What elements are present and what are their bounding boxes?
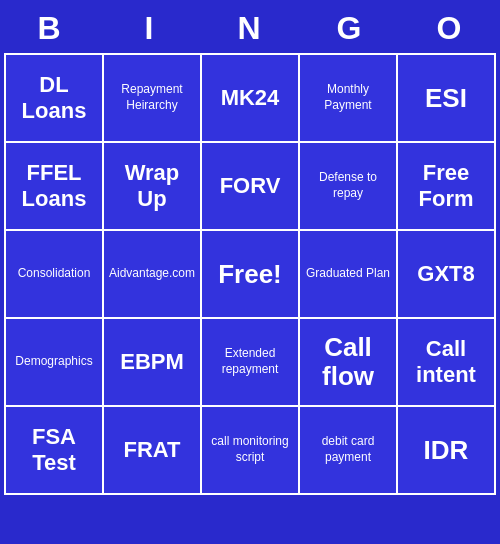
cell-r0-c1: Repayment Heirarchy (103, 54, 201, 142)
cell-r0-c0: DL Loans (5, 54, 103, 142)
cell-r2-c0: Consolidation (5, 230, 103, 318)
cell-r0-c3: Monthly Payment (299, 54, 397, 142)
cell-r0-c2: MK24 (201, 54, 299, 142)
header-o: O (400, 10, 500, 47)
cell-r3-c4: Call intent (397, 318, 495, 406)
header-i: I (100, 10, 200, 47)
cell-r3-c2: Extended repayment (201, 318, 299, 406)
cell-r3-c1: EBPM (103, 318, 201, 406)
cell-r4-c3: debit card payment (299, 406, 397, 494)
header-b: B (0, 10, 100, 47)
cell-r2-c4: GXT8 (397, 230, 495, 318)
cell-r4-c1: FRAT (103, 406, 201, 494)
cell-r1-c4: Free Form (397, 142, 495, 230)
cell-r3-c3: Call flow (299, 318, 397, 406)
cell-r0-c4: ESI (397, 54, 495, 142)
bingo-grid: DL LoansRepayment HeirarchyMK24Monthly P… (4, 53, 496, 495)
cell-r4-c0: FSA Test (5, 406, 103, 494)
cell-r3-c0: Demographics (5, 318, 103, 406)
cell-r2-c2: Free! (201, 230, 299, 318)
header-g: G (300, 10, 400, 47)
cell-r1-c1: Wrap Up (103, 142, 201, 230)
cell-r2-c1: Aidvantage.com (103, 230, 201, 318)
cell-r1-c3: Defense to repay (299, 142, 397, 230)
bingo-header: B I N G O (0, 0, 500, 53)
header-n: N (200, 10, 300, 47)
cell-r2-c3: Graduated Plan (299, 230, 397, 318)
cell-r4-c4: IDR (397, 406, 495, 494)
cell-r1-c0: FFEL Loans (5, 142, 103, 230)
cell-r1-c2: FORV (201, 142, 299, 230)
cell-r4-c2: call monitoring script (201, 406, 299, 494)
